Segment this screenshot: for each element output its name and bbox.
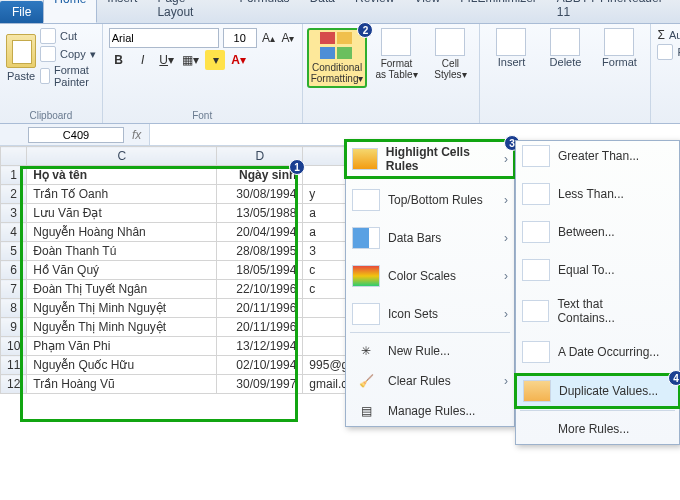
paste-button[interactable]: Paste [7, 70, 35, 82]
submenu-less-than[interactable]: Less Than... [516, 179, 679, 209]
row-header[interactable]: 7 [1, 280, 27, 299]
cell[interactable]: 28/08/1995 [217, 242, 303, 261]
underline-button[interactable]: U▾ [157, 50, 177, 70]
row-header[interactable]: 5 [1, 242, 27, 261]
row-header[interactable]: 2 [1, 185, 27, 204]
cell-styles-button[interactable]: CellStyles▾ [425, 28, 475, 80]
table-row: 7Đoàn Thị Tuyết Ngân22/10/1996c [1, 280, 403, 299]
cut-button[interactable]: Cut [60, 30, 77, 42]
italic-button[interactable]: I [133, 50, 153, 70]
submenu-text-contains[interactable]: Text that Contains... [516, 293, 679, 329]
bold-button[interactable]: B [109, 50, 129, 70]
menu-item-clear-rules[interactable]: 🧹Clear Rules [346, 366, 514, 396]
cell[interactable]: 18/05/1994 [217, 261, 303, 280]
cell[interactable]: Trần Tố Oanh [27, 185, 217, 204]
name-box-input[interactable] [28, 127, 124, 143]
icon-sets-icon [352, 303, 380, 325]
paste-icon[interactable] [6, 34, 36, 68]
cell[interactable]: Nguyễn Hoàng Nhân [27, 223, 217, 242]
menu-item-data-bars[interactable]: Data Bars [346, 223, 514, 253]
cell[interactable]: Trần Hoàng Vũ [27, 375, 217, 394]
tab-file[interactable]: File [0, 1, 43, 23]
cell[interactable]: 20/11/1996 [217, 318, 303, 337]
color-scales-icon [352, 265, 380, 287]
tab-formulas[interactable]: Formulas [230, 0, 300, 23]
submenu-equal-to[interactable]: Equal To... [516, 255, 679, 285]
row-header[interactable]: 10 [1, 337, 27, 356]
border-button[interactable]: ▦▾ [181, 50, 201, 70]
cell[interactable]: 20/11/1996 [217, 299, 303, 318]
table-row: 9Nguyễn Thị Minh Nguyệt20/11/1996 [1, 318, 403, 337]
tab-insert[interactable]: Insert [97, 0, 147, 23]
between-icon [522, 221, 550, 243]
conditional-formatting-button[interactable]: ConditionalFormatting▾ 2 [307, 28, 368, 88]
fill-color-button[interactable]: ▾ [205, 50, 225, 70]
format-as-table-button[interactable]: Formatas Table▾ [371, 28, 421, 80]
cell[interactable]: Hồ Văn Quý [27, 261, 217, 280]
cell[interactable]: 30/09/1997 [217, 375, 303, 394]
menu-item-manage-rules[interactable]: ▤Manage Rules... [346, 396, 514, 426]
cell[interactable]: Phạm Văn Phi [27, 337, 217, 356]
corner-cell[interactable] [1, 147, 27, 166]
tab-abbyy-finereader-11[interactable]: ABBYY FineReader 11 [547, 0, 680, 23]
tab-home[interactable]: Home [43, 0, 97, 23]
submenu-duplicate-values[interactable]: Duplicate Values... 4 [516, 375, 679, 407]
row-header[interactable]: 3 [1, 204, 27, 223]
col-header-D[interactable]: D [217, 147, 303, 166]
cell[interactable]: 20/04/1994 [217, 223, 303, 242]
menu-item-highlight-cells-rules[interactable]: Highlight Cells Rules 3 [346, 141, 514, 177]
cell[interactable]: Lưu Văn Đạt [27, 204, 217, 223]
cell[interactable]: 22/10/1996 [217, 280, 303, 299]
copy-button[interactable]: Copy [60, 48, 86, 60]
submenu-more-rules[interactable]: More Rules... [516, 414, 679, 444]
tab-view[interactable]: View [404, 0, 450, 23]
conditional-formatting-icon [320, 32, 354, 60]
format-cells-button[interactable]: Format [594, 28, 644, 68]
menu-item-icon-sets[interactable]: Icon Sets [346, 299, 514, 329]
cell[interactable]: Nguyễn Thị Minh Nguyệt [27, 299, 217, 318]
row-header[interactable]: 6 [1, 261, 27, 280]
submenu-date-occurring[interactable]: A Date Occurring... [516, 337, 679, 367]
menu-item-color-scales[interactable]: Color Scales [346, 261, 514, 291]
row-header[interactable]: 4 [1, 223, 27, 242]
font-name-input[interactable] [109, 28, 219, 48]
delete-cells-button[interactable]: Delete [540, 28, 590, 68]
shrink-font-button[interactable]: A▾ [280, 28, 296, 48]
font-color-button[interactable]: A▾ [229, 50, 249, 70]
tab-data[interactable]: Data [300, 0, 345, 23]
table-row: 2Trần Tố Oanh30/08/1994y [1, 185, 403, 204]
row-header[interactable]: 11 [1, 356, 27, 375]
autosum-button[interactable]: Auto [669, 29, 680, 41]
insert-cells-button[interactable]: Insert [486, 28, 536, 68]
submenu-between[interactable]: Between... [516, 217, 679, 247]
grow-font-button[interactable]: A▴ [261, 28, 277, 48]
menu-item-new-rule[interactable]: ✳New Rule... [346, 336, 514, 366]
spreadsheet-grid[interactable]: C D 1Họ và tênNgày sinh2Trần Tố Oanh30/0… [0, 146, 403, 394]
cell[interactable]: 30/08/1994 [217, 185, 303, 204]
cell[interactable]: Họ và tên [27, 166, 217, 185]
format-painter-button[interactable]: Format Painter [54, 64, 96, 88]
font-size-input[interactable] [223, 28, 257, 48]
cell[interactable]: Đoàn Thanh Tú [27, 242, 217, 261]
row-header[interactable]: 1 [1, 166, 27, 185]
cell[interactable]: 02/10/1994 [217, 356, 303, 375]
tab-review[interactable]: Review [345, 0, 404, 23]
col-header-C[interactable]: C [27, 147, 217, 166]
cell[interactable]: 13/05/1988 [217, 204, 303, 223]
cell[interactable]: Ngày sinh [217, 166, 303, 185]
cut-icon [40, 28, 56, 44]
submenu-greater-than[interactable]: Greater Than... [516, 141, 679, 171]
row-header[interactable]: 8 [1, 299, 27, 318]
tab-page-layout[interactable]: Page Layout [147, 0, 229, 23]
cell-styles-icon [435, 28, 465, 56]
menu-item-top-bottom-rules[interactable]: Top/Bottom Rules [346, 185, 514, 215]
tab-fileminimizer[interactable]: FILEminimizer [450, 0, 547, 23]
table-row: 5Đoàn Thanh Tú28/08/19953 [1, 242, 403, 261]
cell[interactable]: Nguyễn Quốc Hữu [27, 356, 217, 375]
fx-icon[interactable]: fx [132, 128, 141, 142]
cell[interactable]: Nguyễn Thị Minh Nguyệt [27, 318, 217, 337]
row-header[interactable]: 12 [1, 375, 27, 394]
row-header[interactable]: 9 [1, 318, 27, 337]
cell[interactable]: Đoàn Thị Tuyết Ngân [27, 280, 217, 299]
cell[interactable]: 13/12/1994 [217, 337, 303, 356]
